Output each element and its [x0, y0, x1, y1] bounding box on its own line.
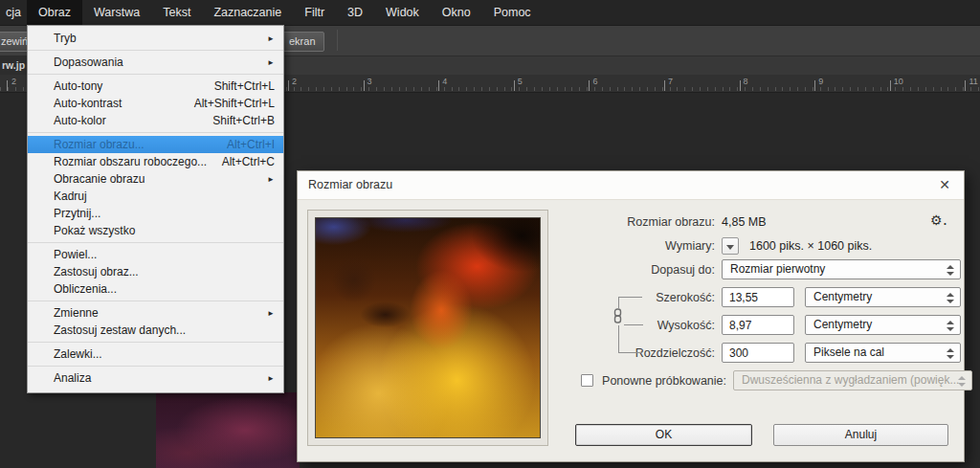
close-icon[interactable]: ✕ [935, 176, 954, 193]
ruler-tick [514, 80, 515, 91]
menu-item-dopasowania[interactable]: Dopasowania► [28, 54, 283, 71]
ruler-tick [965, 80, 966, 91]
ruler-tick [589, 80, 590, 91]
menubar-item-warstwa[interactable]: Warstwa [82, 0, 151, 25]
menu-item-zastosuj-zestaw-danych[interactable]: Zastosuj zestaw danych... [28, 322, 283, 339]
fit-to-row: Dopasuj do: Rozmiar pierwotny [566, 259, 961, 279]
ruler-tick [288, 80, 289, 91]
height-input[interactable] [722, 315, 794, 335]
menu-item-label: Zastosuj zestaw danych... [54, 323, 186, 337]
menu-separator [28, 74, 283, 75]
photoshop-window: zewiń ekran rw.jp 2 234567891011 cjaObra… [0, 0, 980, 468]
ruler-tick [364, 80, 365, 91]
menu-item-zmienne[interactable]: Zmienne► [28, 304, 283, 322]
menu-item-auto-tony[interactable]: Auto-tonyShift+Ctrl+L [28, 78, 283, 95]
menu-item-label: Zalewki... [54, 347, 102, 361]
resample-method-value: Dwusześcienna z wygładzaniem (powięk... [742, 373, 959, 387]
menu-item-powiel[interactable]: Powiel... [28, 246, 283, 263]
menu-item-rozmiar-obrazu[interactable]: Rozmiar obrazu...Alt+Ctrl+I [28, 136, 283, 153]
dialog-title-bar[interactable]: Rozmiar obrazu ✕ [298, 171, 964, 200]
menu-item-label: Auto-kolor [54, 114, 106, 127]
menu-item-label: Tryb [54, 32, 77, 45]
submenu-arrow-icon: ► [267, 374, 275, 383]
menu-item-label: Pokaż wszystko [54, 224, 135, 237]
menu-item-label: Analiza [54, 371, 91, 385]
width-input[interactable] [722, 287, 794, 307]
height-unit-select[interactable]: Centymetry [805, 315, 961, 335]
fit-screen-button[interactable]: ekran [280, 32, 324, 52]
image-preview[interactable] [315, 217, 541, 438]
fit-to-value: Rozmiar pierwotny [730, 262, 825, 276]
menu-item-label: Dopasowania [54, 56, 123, 69]
resolution-unit-value: Piksele na cal [813, 345, 884, 359]
fit-to-label: Dopasuj do: [566, 263, 722, 277]
menubar-item-okno[interactable]: Okno [431, 0, 482, 25]
dialog-title: Rozmiar obrazu [308, 178, 392, 191]
ruler-number: 2 [11, 77, 16, 86]
menu-item-label: Powiel... [54, 248, 97, 261]
menubar-item-pomoc[interactable]: Pomoc [482, 0, 543, 25]
menubar-item-obraz[interactable]: Obraz [27, 0, 82, 25]
ruler-number: 8 [744, 77, 748, 86]
submenu-arrow-icon: ► [267, 175, 275, 184]
menu-item-tryb[interactable]: Tryb► [28, 30, 283, 47]
menu-item-zalewki[interactable]: Zalewki... [28, 345, 283, 363]
ruler-tick [890, 80, 891, 91]
menubar-item-widok[interactable]: Widok [374, 0, 431, 25]
resolution-unit-select[interactable]: Piksele na cal [805, 343, 961, 363]
submenu-arrow-icon: ► [267, 58, 275, 67]
menu-item-przytnij[interactable]: Przytnij... [28, 205, 283, 222]
image-size-value: 4,85 MB [722, 215, 767, 229]
menu-item-kadruj[interactable]: Kadruj [28, 188, 283, 205]
menu-item-label: Rozmiar obrazu... [54, 138, 145, 151]
submenu-arrow-icon: ► [267, 34, 275, 43]
dimensions-dropdown-button[interactable] [722, 237, 739, 255]
ruler-tick [814, 80, 815, 91]
image-size-dialog: Rozmiar obrazu ✕ ⚙. Rozmiar obrazu: 4,85… [297, 170, 965, 462]
resolution-input[interactable] [722, 343, 794, 363]
dimensions-value: 1600 piks. × 1060 piks. [749, 239, 872, 253]
menu-item-pokaz-wszystko[interactable]: Pokaż wszystko [28, 222, 283, 239]
menu-separator [28, 301, 283, 301]
ruler-tick [664, 80, 665, 91]
resample-checkbox[interactable] [581, 374, 593, 387]
ruler-number: 6 [592, 77, 597, 86]
menu-separator [28, 50, 283, 51]
obraz-menu-panel: Tryb►Dopasowania►Auto-tonyShift+Ctrl+LAu… [27, 25, 284, 393]
menu-item-obliczenia[interactable]: Obliczenia... [28, 280, 283, 298]
menu-item-label: Obracanie obrazu [54, 172, 145, 186]
menu-item-auto-kolor[interactable]: Auto-kolorShift+Ctrl+B [28, 112, 283, 129]
menubar-item-filtr[interactable]: Filtr [293, 0, 336, 25]
cancel-button[interactable]: Anuluj [773, 424, 948, 446]
menubar-item-cja[interactable]: cja [0, 0, 27, 25]
menubar-item-zaznaczanie[interactable]: Zaznaczanie [202, 0, 293, 25]
menubar-item-3d[interactable]: 3D [336, 0, 374, 25]
menu-item-shortcut: Alt+Ctrl+C [222, 155, 275, 168]
fit-to-select[interactable]: Rozmiar pierwotny [722, 259, 961, 279]
ruler-number: 3 [368, 77, 372, 86]
menu-item-shortcut: Alt+Shift+Ctrl+L [194, 97, 275, 110]
ruler-number: 10 [894, 77, 903, 86]
ok-button[interactable]: OK [575, 424, 752, 446]
submenu-arrow-icon: ► [267, 309, 275, 318]
width-unit-select[interactable]: Centymetry [805, 287, 961, 307]
menu-item-label: Auto-tony [54, 79, 102, 93]
resample-label: Ponowne próbkowanie: [593, 374, 733, 388]
menu-item-label: Przytnij... [54, 207, 100, 220]
menu-item-zastosuj-obraz[interactable]: Zastosuj obraz... [28, 263, 283, 280]
height-unit-value: Centymetry [813, 318, 872, 331]
link-icon[interactable] [612, 308, 624, 325]
menubar-item-tekst[interactable]: Tekst [151, 0, 202, 25]
ruler-number: 9 [818, 77, 823, 86]
menu-item-obracanie-obrazu[interactable]: Obracanie obrazu► [28, 170, 283, 188]
updown-arrows-icon [947, 321, 954, 331]
menu-item-rozmiar-obszaru-roboczego[interactable]: Rozmiar obszaru roboczego...Alt+Ctrl+C [28, 153, 283, 170]
image-size-row: Rozmiar obrazu: 4,85 MB [566, 212, 961, 232]
menu-item-analiza[interactable]: Analiza► [28, 369, 283, 387]
updown-arrows-icon [947, 265, 954, 276]
ruler-tick [7, 80, 8, 91]
menu-item-shortcut: Shift+Ctrl+L [214, 79, 275, 93]
menu-separator [28, 342, 283, 343]
menu-item-auto-kontrast[interactable]: Auto-kontrastAlt+Shift+Ctrl+L [28, 95, 283, 112]
menu-item-label: Zmienne [54, 306, 99, 320]
